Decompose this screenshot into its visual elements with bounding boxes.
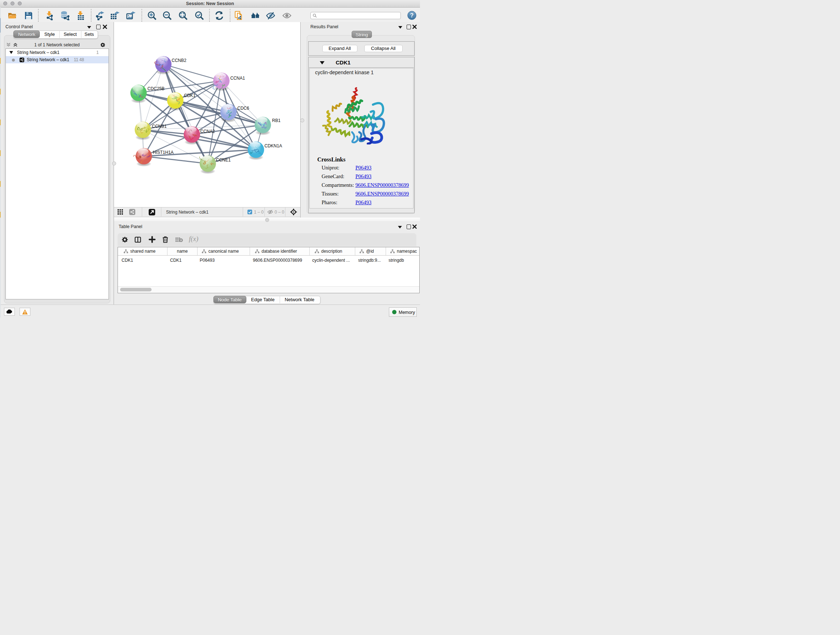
- svg-text:CCNB1: CCNB1: [152, 124, 167, 129]
- svg-text:CDKN1A: CDKN1A: [264, 143, 282, 149]
- svg-text:CDC25B: CDC25B: [148, 86, 164, 91]
- svg-text:?: ?: [410, 12, 414, 19]
- svg-text:CCNA2: CCNA2: [201, 129, 215, 134]
- svg-text:CCNA1: CCNA1: [231, 76, 245, 81]
- svg-text:CCNE1: CCNE1: [216, 157, 231, 163]
- svg-text:RB1: RB1: [272, 118, 281, 123]
- svg-text:CDK1: CDK1: [184, 93, 196, 98]
- svg-text:CCNB2: CCNB2: [172, 58, 187, 63]
- svg-text:CDC6: CDC6: [237, 106, 249, 111]
- svg-text:HIST1H1A: HIST1H1A: [153, 150, 174, 155]
